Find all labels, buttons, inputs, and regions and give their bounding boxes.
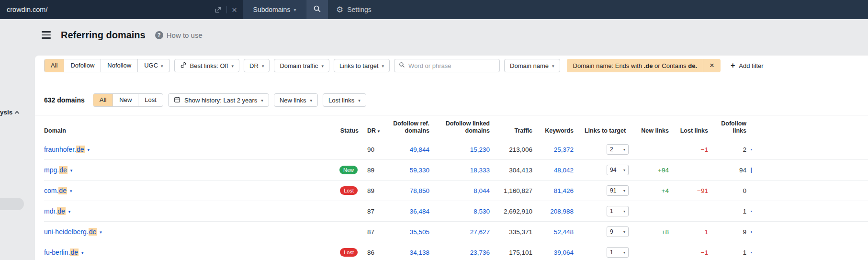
keywords-cell[interactable]: 39,064 [532, 249, 574, 256]
domain-caret-down-icon[interactable]: ▾ [68, 209, 71, 214]
status-segment-all[interactable]: All [93, 94, 113, 106]
domain-link[interactable]: fu-berlin.de [44, 249, 79, 256]
lost-links-dropdown[interactable]: Lost links ▾ [323, 93, 366, 107]
spark-bar [751, 168, 752, 173]
status-segment-new[interactable]: New [113, 94, 138, 106]
column-header-status[interactable]: Status [303, 127, 361, 135]
keywords-cell[interactable]: 48,042 [532, 167, 574, 174]
links-to-target-select[interactable]: 1 ▾ [607, 206, 629, 216]
hamburger-menu-icon[interactable] [42, 31, 51, 39]
spark-bar [751, 252, 752, 253]
domain-link[interactable]: uni-heidelberg.de [44, 228, 97, 236]
table-row: com.de ▾ Lost 89 78,850 8,044 1,160,827 … [44, 181, 868, 201]
dofollow-linked-domains-cell[interactable]: 8,044 [429, 187, 490, 194]
search-icon [313, 5, 321, 15]
domain-caret-down-icon[interactable]: ▾ [81, 250, 84, 255]
column-header-dofollow-ref-domains[interactable]: Dofollow ref. domains [381, 120, 429, 135]
highlighted-match: de [76, 146, 85, 153]
filter-segment-all[interactable]: All [45, 59, 64, 72]
filter-segment-dofollow[interactable]: Dofollow [64, 59, 101, 72]
keywords-cell[interactable]: 208,988 [532, 208, 574, 215]
sidebar-cut-selected-item[interactable] [0, 198, 24, 210]
traffic-cell: 304,413 [490, 167, 532, 174]
domain-link[interactable]: mdr.de [44, 207, 66, 215]
dofollow-links-cell: 0 [708, 187, 746, 194]
dofollow-linked-domains-cell[interactable]: 15,230 [429, 146, 490, 153]
spark-cell [746, 252, 766, 253]
dofollow-ref-domains-cell[interactable]: 49,844 [381, 146, 429, 153]
domain-caret-down-icon[interactable]: ▾ [88, 147, 90, 152]
sidebar-cut-text: ysis [0, 109, 12, 116]
status-segment-lost[interactable]: Lost [138, 94, 163, 106]
spark-bar [751, 231, 752, 233]
settings-button[interactable]: ⚙ Settings [336, 0, 372, 19]
domain-caret-down-icon[interactable]: ▾ [70, 189, 72, 193]
spark-cell [746, 149, 766, 150]
column-header-dr[interactable]: DR▼ [361, 127, 381, 135]
links-to-target-select[interactable]: 91 ▾ [607, 185, 629, 196]
column-header-keywords[interactable]: Keywords [532, 127, 574, 135]
column-header-domain[interactable]: Domain [44, 127, 303, 135]
word-or-phrase-search[interactable] [394, 59, 500, 72]
domain-link[interactable]: com.de [44, 187, 67, 194]
keywords-cell[interactable]: 81,426 [532, 187, 574, 194]
clear-url-icon[interactable]: × [232, 5, 237, 14]
sidebar-cut-section-label[interactable]: ysis [0, 109, 19, 116]
new-links-dropdown[interactable]: New links ▾ [274, 93, 318, 107]
dofollow-ref-domains-cell[interactable]: 78,850 [381, 187, 429, 194]
dofollow-linked-domains-cell[interactable]: 27,627 [429, 228, 490, 236]
domain-link[interactable]: mpg.de [44, 166, 68, 174]
status-cell: Lost [303, 248, 361, 257]
status-badge: Lost [340, 248, 358, 257]
links-to-target-select[interactable]: 2 ▾ [607, 144, 629, 155]
filter-segment-ugc[interactable]: UGC ▾ [137, 59, 169, 72]
mode-selector-dropdown[interactable]: Subdomains ▾ [243, 0, 306, 19]
gear-icon: ⚙ [336, 6, 343, 14]
domain-cell: mpg.de ▾ [44, 166, 303, 174]
url-input-icons: × [214, 5, 237, 14]
content-panel: All Dofollow Nofollow UGC ▾ Best links: … [35, 56, 868, 260]
dr-filter-label: DR [249, 62, 259, 69]
column-header-dofollow-links[interactable]: Dofollow links [708, 120, 746, 135]
chevron-down-icon: ▾ [310, 98, 313, 103]
remove-filter-icon[interactable]: × [703, 59, 721, 72]
keywords-cell[interactable]: 52,448 [532, 228, 574, 236]
dofollow-ref-domains-cell[interactable]: 36,484 [381, 208, 429, 215]
target-url-input[interactable]: crowdin.com/ × [0, 0, 243, 19]
column-header-traffic[interactable]: Traffic [490, 127, 532, 135]
dr-filter-button[interactable]: DR ▾ [244, 59, 270, 72]
links-to-target-filter-button[interactable]: Links to target ▾ [334, 59, 390, 72]
status-badge: Lost [340, 186, 358, 195]
dofollow-linked-domains-cell[interactable]: 23,736 [429, 249, 490, 256]
domain-name-filter-button[interactable]: Domain name ▾ [504, 59, 560, 72]
column-header-lost-links[interactable]: Lost links [669, 127, 708, 135]
links-to-target-select[interactable]: 94 ▾ [607, 165, 629, 175]
dofollow-ref-domains-cell[interactable]: 35,505 [381, 228, 429, 236]
column-header-links-to-target[interactable]: Links to target [574, 127, 637, 135]
external-link-icon[interactable] [214, 6, 222, 13]
add-filter-button[interactable]: + Add filter [731, 62, 764, 69]
dofollow-ref-domains-cell[interactable]: 34,138 [381, 249, 429, 256]
domain-caret-down-icon[interactable]: ▾ [100, 230, 102, 235]
plus-icon: + [731, 62, 735, 69]
how-to-use-link[interactable]: ? How to use [155, 31, 203, 39]
search-submit-button[interactable] [306, 0, 328, 19]
domain-link[interactable]: fraunhofer.de [44, 146, 85, 153]
search-input[interactable] [408, 62, 495, 69]
active-filter-chip[interactable]: Domain name: Ends with .de or Contains d… [567, 59, 721, 72]
dofollow-ref-domains-cell[interactable]: 59,330 [381, 167, 429, 174]
dofollow-linked-domains-cell[interactable]: 18,333 [429, 167, 490, 174]
column-header-new-links[interactable]: New links [637, 127, 669, 135]
ugc-label: UGC [144, 59, 158, 72]
links-to-target-select[interactable]: 9 ▾ [607, 226, 629, 237]
filter-segment-nofollow[interactable]: Nofollow [101, 59, 137, 72]
column-header-dofollow-linked-domains[interactable]: Dofollow linked domains [429, 120, 490, 135]
domain-traffic-filter-button[interactable]: Domain traffic ▾ [274, 59, 329, 72]
domain-caret-down-icon[interactable]: ▾ [70, 168, 73, 173]
show-history-dropdown[interactable]: Show history: Last 2 years ▾ [168, 93, 269, 107]
keywords-cell[interactable]: 25,372 [532, 146, 574, 153]
traffic-cell: 2,692,910 [490, 208, 532, 215]
best-links-filter-button[interactable]: Best links: Off ▾ [174, 59, 240, 72]
dofollow-linked-domains-cell[interactable]: 8,530 [429, 208, 490, 215]
links-to-target-select[interactable]: 1 ▾ [607, 247, 629, 258]
